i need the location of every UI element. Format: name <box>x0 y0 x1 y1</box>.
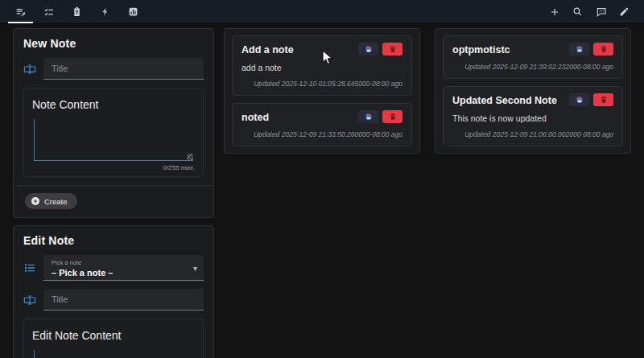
pencil-icon <box>619 6 630 17</box>
note-content-textarea[interactable] <box>34 119 193 161</box>
note-picker-row: Pick a note – Pick a note – ▾ <box>23 255 204 281</box>
edit-note-title-field[interactable] <box>43 289 204 311</box>
edit-note-content-textarea[interactable] <box>34 350 193 358</box>
edit-note-content-card: Edit Note Content <box>23 319 204 358</box>
rename-icon <box>23 294 36 307</box>
search-button[interactable] <box>569 3 586 20</box>
topbar-tabs <box>11 0 142 23</box>
notes-column-1: Add a note <box>224 28 420 161</box>
note-buttons <box>569 43 613 56</box>
checklist-icon <box>43 6 55 18</box>
note-delete-button[interactable] <box>593 43 613 56</box>
notes-panel-1: Add a note <box>224 28 420 154</box>
note-save-button[interactable] <box>569 93 589 106</box>
note-head: noted <box>242 110 402 123</box>
note-delete-button[interactable] <box>593 93 613 106</box>
save-icon <box>365 113 373 121</box>
note-updated: Updated 2025-12-09 21:06:00.002000-08:00… <box>452 130 613 138</box>
note-card: optpmotistc <box>443 35 623 79</box>
note-picker-select[interactable]: Pick a note – Pick a note – ▾ <box>43 255 204 281</box>
new-note-heading: New Note <box>23 37 204 50</box>
note-buttons <box>569 93 613 106</box>
note-edit-icon <box>15 6 27 18</box>
note-card: Add a note <box>232 35 412 96</box>
create-button-label: Create <box>44 197 68 206</box>
note-head: optpmotistc <box>452 43 613 56</box>
rename-icon <box>23 63 36 76</box>
save-icon <box>576 45 584 53</box>
char-counter: 0/255 max. <box>32 164 195 171</box>
save-icon <box>365 45 373 53</box>
note-content-card: Note Content 0/255 max. <box>23 88 204 177</box>
tab-stats[interactable] <box>124 0 142 23</box>
note-picker-value: – Pick a note – <box>52 268 193 278</box>
note-updated: Updated 2025-12-10 01:05:28.645000-08:00… <box>242 80 402 88</box>
note-title: Add a note <box>242 43 358 56</box>
note-body: add a note <box>242 63 402 72</box>
list-icon <box>23 261 36 274</box>
content-area: New Note Note Content 0/255 max. <box>0 24 644 358</box>
note-updated: Updated 2025-12-09 21:39:02.232000-08:00… <box>452 63 613 71</box>
tab-flash[interactable] <box>96 0 114 23</box>
circle-plus-icon <box>31 196 40 206</box>
resize-handle-icon[interactable] <box>187 154 193 160</box>
plus-icon <box>549 6 560 18</box>
lightning-icon <box>101 6 110 17</box>
notes-column-2: optpmotistc <box>435 28 631 161</box>
note-title: Updated Second Note <box>452 93 569 106</box>
delete-icon <box>600 96 608 104</box>
note-delete-button[interactable] <box>382 110 402 123</box>
note-card: noted <box>232 103 412 146</box>
clipboard-icon <box>72 6 82 17</box>
note-save-button[interactable] <box>569 43 589 56</box>
edit-note-heading: Edit Note <box>23 234 204 247</box>
tab-checklist[interactable] <box>39 0 58 23</box>
note-save-button[interactable] <box>358 110 378 123</box>
new-note-title-row <box>23 58 204 80</box>
note-delete-button[interactable] <box>382 43 402 56</box>
topbar <box>0 0 644 24</box>
topbar-actions <box>546 3 633 20</box>
edit-note-content-label: Edit Note Content <box>32 329 195 342</box>
note-picker-texts: Pick a note – Pick a note – <box>52 259 193 278</box>
note-title: optpmotistc <box>452 43 569 56</box>
edit-note-title-row <box>23 289 204 311</box>
note-title: noted <box>242 110 358 123</box>
add-button[interactable] <box>546 3 563 20</box>
new-note-title-field[interactable] <box>43 58 204 80</box>
note-body: This note is now updated <box>452 113 613 123</box>
caret-down-icon: ▾ <box>193 265 197 273</box>
edit-note-title-input[interactable] <box>52 294 196 304</box>
create-button[interactable]: Create <box>25 193 77 209</box>
chat-icon <box>596 6 607 18</box>
note-card: Updated Second Note <box>443 86 623 146</box>
search-icon <box>572 6 583 17</box>
new-note-title-input[interactable] <box>52 64 196 73</box>
note-head: Updated Second Note <box>452 93 613 106</box>
bar-chart-icon <box>128 6 138 17</box>
delete-icon <box>600 45 608 53</box>
forms-column: New Note Note Content 0/255 max. <box>13 28 214 358</box>
tab-notes[interactable] <box>11 0 30 23</box>
save-icon <box>576 96 584 104</box>
note-buttons <box>358 110 402 123</box>
edit-note-panel: Edit Note Pick a note – Pick a note – ▾ <box>13 225 214 358</box>
notes-panel-2: optpmotistc <box>435 28 631 154</box>
new-note-panel: New Note Note Content 0/255 max. <box>13 28 214 218</box>
tab-clipboard[interactable] <box>68 0 86 23</box>
note-updated: Updated 2025-12-09 21:33:50.260000-08:00… <box>242 130 402 138</box>
delete-icon <box>389 113 397 121</box>
delete-icon <box>389 45 397 53</box>
edit-button[interactable] <box>616 3 633 20</box>
feedback-button[interactable] <box>592 3 609 20</box>
note-picker-label: Pick a note <box>52 259 193 266</box>
note-buttons <box>358 43 402 56</box>
create-row: Create <box>23 186 204 214</box>
note-save-button[interactable] <box>358 43 378 56</box>
note-head: Add a note <box>242 43 402 56</box>
note-content-label: Note Content <box>32 98 195 111</box>
